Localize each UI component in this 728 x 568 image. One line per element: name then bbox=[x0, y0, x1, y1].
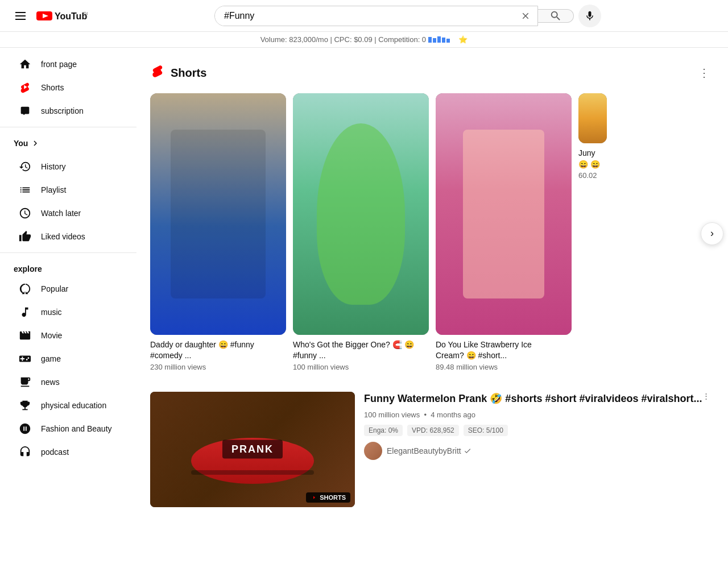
sidebar-item-music[interactable]: music bbox=[5, 301, 132, 324]
sidebar-item-game-label: game bbox=[41, 354, 61, 363]
sidebar-item-physical-education-label: physical education bbox=[41, 401, 106, 410]
keyword-stats-text: Volume: 823,000/mo | CPC: $0.09 | Compet… bbox=[260, 35, 426, 44]
video-title: Funny Watermelon Prank 🤣 #shorts #short … bbox=[364, 392, 714, 406]
sidebar-item-front-page[interactable]: front page bbox=[5, 53, 132, 76]
video-thumbnail: PRANK SHORTS bbox=[150, 392, 355, 507]
shorts-section-icon bbox=[150, 64, 165, 82]
short-card-3[interactable]: Do You Like Strawberry Ice Cream? 😄 #sho… bbox=[436, 93, 572, 374]
short-thumb-3 bbox=[436, 93, 572, 335]
sidebar-item-fashion-beauty[interactable]: Fashion and Beauty bbox=[5, 417, 132, 440]
short-title-row-4: Juny 😄 😄 bbox=[578, 148, 607, 170]
short-info-3: Do You Like Strawberry Ice Cream? 😄 #sho… bbox=[436, 335, 572, 374]
sidebar-item-game[interactable]: game bbox=[5, 347, 132, 370]
sidebar-item-fashion-beauty-label: Fashion and Beauty bbox=[41, 424, 112, 433]
short-views-2: 100 million views bbox=[293, 363, 429, 371]
shorts-grid-container: Daddy or daughter 😄 #funny #comedy ... ⋮… bbox=[150, 93, 714, 374]
video-list-item[interactable]: PRANK SHORTS Funny Watermelon Prank 🤣 #s… bbox=[150, 387, 714, 507]
short-title-2: Who's Got the Bigger One? 🧲 😄 #funny ... bbox=[293, 339, 417, 362]
short-title-row-3: Do You Like Strawberry Ice Cream? 😄 #sho… bbox=[436, 339, 572, 362]
logo[interactable]: YouTube SG bbox=[36, 10, 88, 22]
short-info-4: Juny 😄 😄 60.02 bbox=[578, 143, 607, 182]
short-card-2[interactable]: Who's Got the Bigger One? 🧲 😄 #funny ...… bbox=[293, 93, 429, 374]
sidebar-item-shorts[interactable]: Shorts bbox=[5, 76, 132, 99]
sidebar-divider-1 bbox=[0, 127, 136, 127]
sidebar-item-podcast[interactable]: podcast bbox=[5, 441, 132, 463]
sidebar-item-movie-label: Movie bbox=[41, 331, 62, 340]
sidebar-item-subscription[interactable]: subscription bbox=[5, 99, 132, 122]
short-views-4: 60.02 bbox=[578, 171, 607, 180]
shorts-next-button[interactable]: › bbox=[701, 222, 723, 245]
sidebar-you-row[interactable]: You bbox=[0, 132, 136, 155]
sidebar-item-popular[interactable]: Popular bbox=[5, 277, 132, 300]
video-age: 4 months ago bbox=[431, 411, 475, 419]
verified-icon bbox=[464, 447, 471, 455]
short-thumb-content-2 bbox=[293, 93, 429, 335]
sidebar-item-popular-label: Popular bbox=[41, 284, 68, 293]
sidebar-item-liked-videos[interactable]: Liked videos bbox=[5, 225, 132, 248]
sidebar-item-front-page-label: front page bbox=[41, 60, 77, 69]
home-icon bbox=[18, 57, 32, 71]
short-thumb-content-1 bbox=[150, 93, 286, 335]
hamburger-button[interactable] bbox=[9, 5, 32, 27]
svg-rect-7 bbox=[428, 37, 432, 43]
fashion-beauty-icon bbox=[18, 422, 32, 436]
shorts-section: Shorts ⋮ Daddy or dau bbox=[150, 61, 714, 374]
sidebar-item-shorts-label: Shorts bbox=[41, 83, 64, 92]
short-views-3: 89.48 million views bbox=[436, 363, 572, 371]
video-more-options-button[interactable]: ⋮ bbox=[698, 387, 714, 405]
sidebar-you-label: You bbox=[14, 139, 28, 148]
shorts-badge-label: SHORTS bbox=[320, 494, 346, 501]
sidebar-item-podcast-label: podcast bbox=[41, 447, 69, 457]
channel-avatar bbox=[364, 442, 382, 460]
svg-text:SG: SG bbox=[83, 11, 88, 16]
sidebar-item-playlist[interactable]: Playlist bbox=[5, 179, 132, 201]
microphone-button[interactable] bbox=[578, 5, 601, 27]
video-views: 100 million views bbox=[364, 411, 420, 419]
news-icon bbox=[18, 375, 32, 389]
svg-marker-13 bbox=[313, 496, 315, 499]
shorts-section-header: Shorts ⋮ bbox=[150, 61, 714, 84]
sidebar-divider-2 bbox=[0, 252, 136, 253]
sidebar-item-watch-later-label: Watch later bbox=[41, 209, 81, 218]
video-info: Funny Watermelon Prank 🤣 #shorts #short … bbox=[364, 392, 714, 507]
search-input[interactable]: #Funny bbox=[215, 6, 514, 26]
shorts-nav-icon bbox=[18, 81, 32, 94]
short-title-3: Do You Like Strawberry Ice Cream? 😄 #sho… bbox=[436, 339, 560, 362]
header-left: YouTube SG bbox=[9, 5, 88, 27]
short-views-1: 230 million views bbox=[150, 363, 286, 371]
search-submit-button[interactable] bbox=[538, 9, 574, 23]
video-channel[interactable]: ElegantBeautybyBritt bbox=[364, 442, 714, 460]
short-info-2: Who's Got the Bigger One? 🧲 😄 #funny ...… bbox=[293, 335, 429, 374]
sidebar-item-watch-later[interactable]: Watch later bbox=[5, 202, 132, 225]
svg-rect-11 bbox=[446, 39, 450, 43]
channel-name: ElegantBeautybyBritt bbox=[387, 446, 471, 455]
video-thumb-placeholder: PRANK bbox=[150, 392, 355, 507]
sidebar-item-liked-videos-label: Liked videos bbox=[41, 232, 85, 241]
shorts-title-row: Shorts bbox=[150, 64, 206, 82]
sidebar: front page Shorts subscription You bbox=[0, 48, 136, 521]
sidebar-item-playlist-label: Playlist bbox=[41, 185, 66, 194]
sidebar-item-news[interactable]: news bbox=[5, 371, 132, 393]
watch-later-icon bbox=[18, 206, 32, 220]
main-content: Shorts ⋮ Daddy or dau bbox=[136, 48, 728, 521]
chevron-right-icon bbox=[30, 138, 40, 148]
youtube-logo-icon: YouTube SG bbox=[36, 10, 88, 22]
short-card-4[interactable]: Juny 😄 😄 60.02 bbox=[578, 93, 607, 374]
search-clear-button[interactable] bbox=[514, 6, 537, 26]
shorts-more-options-button[interactable]: ⋮ bbox=[694, 61, 714, 84]
short-card-1[interactable]: Daddy or daughter 😄 #funny #comedy ... ⋮… bbox=[150, 93, 286, 374]
playlist-icon bbox=[18, 183, 32, 197]
keyword-stats-bar: Volume: 823,000/mo | CPC: $0.09 | Compet… bbox=[0, 32, 728, 48]
shorts-section-title: Shorts bbox=[171, 67, 206, 80]
video-meta: 100 million views • 4 months ago bbox=[364, 411, 714, 419]
sidebar-item-physical-education[interactable]: physical education bbox=[5, 394, 132, 417]
sidebar-item-history[interactable]: History bbox=[5, 155, 132, 178]
sidebar-item-movie[interactable]: Movie bbox=[5, 324, 132, 347]
short-title-1: Daddy or daughter 😄 #funny #comedy ... bbox=[150, 339, 274, 362]
svg-rect-8 bbox=[433, 38, 436, 43]
shorts-grid: Daddy or daughter 😄 #funny #comedy ... ⋮… bbox=[150, 93, 714, 374]
svg-rect-10 bbox=[442, 38, 445, 43]
podcast-icon bbox=[18, 445, 32, 459]
short-thumb-4 bbox=[578, 93, 607, 143]
shorts-badge-icon bbox=[311, 494, 317, 501]
